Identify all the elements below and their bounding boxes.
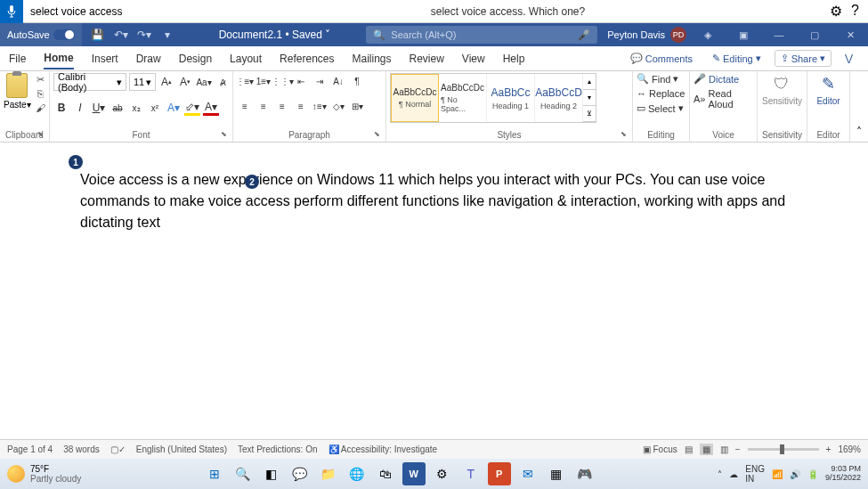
tray-volume-icon[interactable]: 🔊 — [790, 469, 800, 479]
language-status[interactable]: English (United States) — [136, 444, 227, 454]
subscript-button[interactable]: x₂ — [128, 100, 144, 116]
diamond-icon[interactable]: ◈ — [694, 23, 722, 46]
gallery-up-icon[interactable]: ▴ — [583, 74, 596, 90]
line-spacing-icon[interactable]: ↕≡▾ — [312, 98, 328, 114]
dictate-button[interactable]: 🎤Dictate — [694, 73, 753, 85]
focus-mode[interactable]: ▣ Focus — [643, 444, 677, 454]
task-search-icon[interactable]: 🔍 — [231, 462, 255, 485]
settings-task-icon[interactable]: ⚙ — [431, 462, 454, 485]
tray-cloud-icon[interactable]: ☁ — [729, 469, 738, 479]
zoom-slider[interactable] — [748, 448, 819, 451]
task-view-icon[interactable]: ◧ — [260, 462, 283, 485]
document-body-text[interactable]: Voice access is a new experience on Wind… — [80, 169, 788, 233]
align-left-icon[interactable]: ≡ — [237, 98, 253, 114]
dec-indent-icon[interactable]: ⇤ — [293, 73, 309, 89]
tab-insert[interactable]: Insert — [92, 49, 118, 69]
borders-icon[interactable]: ⊞▾ — [349, 98, 365, 114]
editing-mode-button[interactable]: ✎ Editing ▾ — [706, 50, 767, 67]
text-predictions[interactable]: Text Predictions: On — [238, 444, 317, 454]
underline-button[interactable]: U▾ — [91, 100, 107, 116]
ribbon-options-icon[interactable]: ⋁ — [839, 50, 859, 67]
comments-button[interactable]: 💬 Comments — [624, 50, 699, 67]
qat-dropdown-icon[interactable]: ▾ — [160, 28, 174, 42]
collapse-ribbon-icon[interactable]: ˄ — [850, 71, 868, 142]
text-effects-icon[interactable]: A▾ — [166, 100, 182, 116]
tray-chevron-icon[interactable]: ˄ — [718, 469, 722, 479]
highlight-icon[interactable]: ⬃▾ — [184, 100, 200, 116]
tray-clock[interactable]: 9:03 PM9/15/2022 — [825, 465, 861, 483]
search-box[interactable]: 🔍 Search (Alt+Q) 🎤 — [366, 26, 597, 44]
read-aloud-button[interactable]: A»Read Aloud — [694, 88, 753, 110]
explorer-icon[interactable]: 📁 — [317, 462, 340, 485]
store-icon[interactable]: 🛍 — [374, 462, 397, 485]
tray-lang[interactable]: ENGIN — [745, 464, 765, 484]
copy-icon[interactable]: ⎘ — [35, 87, 47, 100]
chat-icon[interactable]: 💬 — [288, 462, 312, 485]
sort-icon[interactable]: A↓ — [330, 73, 346, 89]
gallery-more-icon[interactable]: ⊻ — [583, 106, 596, 122]
shading-icon[interactable]: ◇▾ — [330, 98, 346, 114]
grow-font-icon[interactable]: A▴ — [158, 74, 174, 90]
replace-button[interactable]: ↔Replace — [637, 88, 685, 99]
spell-check-icon[interactable]: ▢✓ — [110, 444, 126, 454]
accessibility-status[interactable]: ♿ Accessibility: Investigate — [329, 444, 438, 454]
align-center-icon[interactable]: ≡ — [256, 98, 272, 114]
app-mode-icon[interactable]: ▣ — [729, 23, 758, 46]
justify-icon[interactable]: ≡ — [293, 98, 309, 114]
tab-view[interactable]: View — [462, 49, 485, 69]
user-account[interactable]: Peyton Davis PD — [607, 27, 686, 43]
inc-indent-icon[interactable]: ⇥ — [312, 73, 328, 89]
voice-badge-2[interactable]: 2 — [245, 175, 259, 189]
tray-wifi-icon[interactable]: 📶 — [772, 469, 783, 479]
zoom-in-icon[interactable]: + — [826, 444, 831, 454]
app-icon[interactable]: ▦ — [545, 462, 568, 485]
font-family-dropdown[interactable]: Calibri (Body)▾ — [53, 73, 126, 91]
document-canvas[interactable]: 1 2 Voice access is a new experience on … — [0, 143, 868, 439]
tray-battery-icon[interactable]: 🔋 — [807, 469, 818, 479]
select-button[interactable]: ▭Select ▾ — [637, 102, 685, 114]
settings-icon[interactable]: ⚙ — [830, 3, 842, 20]
change-case-icon[interactable]: Aa▾ — [196, 74, 212, 90]
tab-home[interactable]: Home — [44, 48, 73, 69]
numbering-icon[interactable]: 1≡▾ — [256, 73, 272, 89]
superscript-button[interactable]: x² — [147, 100, 163, 116]
web-layout-icon[interactable]: ▥ — [720, 444, 728, 454]
close-button[interactable]: ✕ — [836, 23, 864, 46]
undo-icon[interactable]: ↶▾ — [114, 28, 128, 42]
tab-help[interactable]: Help — [503, 49, 525, 69]
maximize-button[interactable]: ▢ — [800, 23, 829, 46]
start-icon[interactable]: ⊞ — [203, 462, 226, 485]
clear-format-icon[interactable]: A̷ — [215, 74, 231, 90]
font-color-icon[interactable]: A▾ — [203, 100, 219, 116]
help-icon[interactable]: ? — [851, 3, 859, 20]
tab-references[interactable]: References — [280, 49, 334, 69]
autosave-toggle[interactable]: AutoSave — [0, 23, 82, 46]
italic-button[interactable]: I — [72, 100, 88, 116]
multilevel-icon[interactable]: ⋮⋮▾ — [274, 73, 290, 89]
mic-icon[interactable]: 🎤 — [578, 29, 590, 41]
bullets-icon[interactable]: ⋮≡▾ — [237, 73, 253, 89]
format-painter-icon[interactable]: 🖌 — [35, 102, 47, 114]
powerpoint-icon[interactable]: P — [488, 462, 511, 485]
style-heading2[interactable]: AaBbCcDHeading 2 — [535, 74, 583, 122]
save-icon[interactable]: 💾 — [91, 28, 105, 42]
tab-mailings[interactable]: Mailings — [352, 49, 391, 69]
tab-review[interactable]: Review — [410, 49, 444, 69]
styles-gallery[interactable]: AaBbCcDc¶ Normal AaBbCcDc¶ No Spac... Aa… — [390, 73, 596, 123]
redo-icon[interactable]: ↷▾ — [137, 28, 151, 42]
teams-icon[interactable]: T — [459, 462, 483, 485]
voice-badge-1[interactable]: 1 — [69, 155, 83, 169]
tab-design[interactable]: Design — [179, 49, 212, 69]
paste-button[interactable]: Paste▾ — [4, 73, 31, 110]
read-mode-icon[interactable]: ▤ — [685, 444, 693, 454]
weather-widget[interactable]: 75°FPartly cloudy — [7, 464, 81, 484]
strike-button[interactable]: ab — [110, 100, 126, 116]
style-nospacing[interactable]: AaBbCcDc¶ No Spac... — [439, 74, 487, 122]
style-normal[interactable]: AaBbCcDc¶ Normal — [391, 74, 439, 122]
shrink-font-icon[interactable]: A▾ — [177, 74, 193, 90]
editor-button[interactable]: ✎ Editor — [816, 73, 840, 106]
tab-draw[interactable]: Draw — [136, 49, 161, 69]
gallery-down-icon[interactable]: ▾ — [583, 90, 596, 106]
show-marks-icon[interactable]: ¶ — [349, 73, 365, 89]
share-button[interactable]: ⇪ Share ▾ — [775, 50, 831, 67]
